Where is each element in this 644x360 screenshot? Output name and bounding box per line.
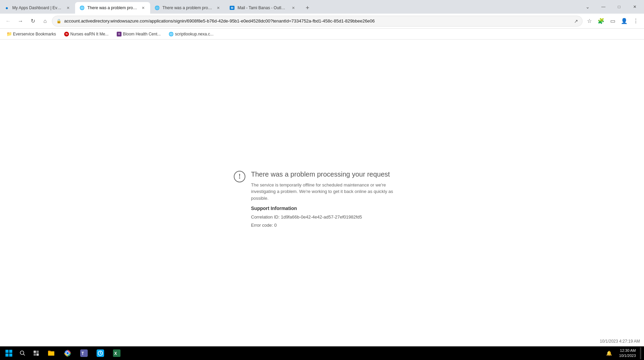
share-icon: ↗ — [574, 18, 578, 24]
sidebar-button[interactable]: ▭ — [607, 16, 618, 27]
correlation-id-line: Correlation ID: 1d9fa66b-0e42-4e42-ad57-… — [251, 213, 411, 221]
taskbar-excel[interactable]: X — [109, 347, 124, 359]
minimize-win-button[interactable]: — — [596, 1, 611, 13]
tab-close-my-apps[interactable]: ✕ — [65, 5, 71, 11]
bookmark-scriptlookup[interactable]: 🌐 scriptlookup.nexa.c... — [166, 31, 216, 37]
bookmark-button[interactable]: ☆ — [584, 16, 595, 27]
tab-title-error-2: There was a problem processin... — [162, 5, 212, 10]
error-code-label: Error code: — [251, 223, 274, 228]
minimize-button[interactable]: ⌄ — [580, 1, 596, 13]
window-controls: ⌄ — □ ✕ — [580, 2, 644, 14]
toolbar-actions: ☆ 🧩 ▭ 👤 ⋮ — [584, 16, 641, 27]
tab-favicon-error-1: 🌐 — [79, 5, 85, 11]
address-bar[interactable]: 🔒 account.activedirectory.windowsazure.c… — [52, 16, 583, 27]
bookmarks-bar: 📁 Everservice Bookmarks N Nurses eaRN It… — [0, 29, 644, 40]
correlation-id-value: 1d9fa66b-0e42-4e42-ad57-27ef01982fd5 — [281, 214, 362, 220]
tab-favicon-outlook: M — [229, 5, 235, 11]
bookmark-bloom[interactable]: B Bloom Health Cent... — [114, 31, 163, 37]
bookmark-favicon-everservice: 📁 — [7, 32, 12, 36]
error-body: There was a problem processing your requ… — [251, 170, 411, 229]
error-code-line: Error code: 0 — [251, 221, 411, 229]
svg-rect-11 — [37, 354, 39, 356]
svg-text:!: ! — [238, 172, 241, 180]
tab-close-outlook[interactable]: ✕ — [290, 5, 296, 11]
taskbar-chrome[interactable] — [60, 347, 75, 359]
taskbar-file-explorer[interactable] — [44, 347, 59, 359]
taskbar-teams[interactable]: T — [76, 347, 91, 359]
correlation-id-label: Correlation ID: — [251, 214, 281, 220]
error-title: There was a problem processing your requ… — [251, 170, 411, 178]
show-desktop-button[interactable] — [640, 347, 641, 359]
svg-rect-3 — [9, 350, 12, 353]
svg-point-6 — [20, 351, 24, 355]
support-info-heading: Support Information — [251, 206, 411, 211]
title-bar: ● My Apps Dashboard | EverServic... ✕ 🌐 … — [0, 0, 644, 14]
maximize-button[interactable]: □ — [611, 1, 627, 13]
taskbar-clock: 12:30 AM 10/1/2023 — [619, 348, 639, 359]
tab-my-apps[interactable]: ● My Apps Dashboard | EverServic... ✕ — [0, 2, 75, 14]
svg-point-16 — [66, 352, 69, 354]
clock-time: 12:30 AM — [619, 348, 636, 353]
svg-rect-12 — [48, 351, 54, 356]
svg-rect-5 — [9, 354, 12, 357]
bookmark-label-nurses: Nurses eaRN It Me... — [70, 32, 109, 36]
tab-favicon-error-2: 🌐 — [154, 5, 160, 11]
bookmark-label-scriptlookup: scriptlookup.nexa.c... — [175, 32, 214, 36]
notification-icon[interactable]: 🔔 — [603, 347, 615, 359]
toolbar: ← → ↻ ⌂ 🔒 account.activedirectory.window… — [0, 14, 644, 29]
browser-window: ● My Apps Dashboard | EverServic... ✕ 🌐 … — [0, 0, 644, 360]
tab-error-2[interactable]: 🌐 There was a problem processin... ✕ — [150, 2, 225, 14]
tab-close-error-1[interactable]: ✕ — [140, 5, 146, 11]
svg-rect-2 — [5, 350, 9, 353]
svg-line-7 — [23, 354, 25, 356]
error-code-value: 0 — [274, 223, 276, 228]
tab-outlook[interactable]: M Mail - Tami Banas - Outlook ✕ — [225, 2, 300, 14]
new-tab-button[interactable]: + — [302, 2, 313, 14]
close-button[interactable]: ✕ — [627, 1, 643, 13]
svg-text:T: T — [82, 351, 84, 356]
error-container: ! There was a problem processing your re… — [220, 157, 425, 243]
tab-title-my-apps: My Apps Dashboard | EverServic... — [12, 5, 62, 10]
reload-button[interactable]: ↻ — [27, 16, 38, 27]
tab-favicon-my-apps: ● — [4, 5, 10, 11]
bookmark-label-bloom: Bloom Health Cent... — [123, 32, 161, 36]
taskbar-clockify[interactable] — [93, 347, 108, 359]
svg-rect-10 — [34, 354, 36, 356]
bookmark-favicon-scriptlookup: 🌐 — [169, 32, 174, 36]
error-icon: ! — [233, 170, 246, 183]
page-content: ! There was a problem processing your re… — [0, 40, 644, 360]
clock-date: 10/1/2023 — [619, 353, 636, 358]
datetime-display: 10/1/2023 4:27:19 AM — [600, 339, 640, 344]
address-text: account.activedirectory.windowsazure.com… — [64, 18, 571, 24]
svg-text:X: X — [114, 351, 117, 356]
start-button[interactable] — [3, 347, 15, 359]
tab-close-error-2[interactable]: ✕ — [215, 5, 221, 11]
bookmark-everservice[interactable]: 📁 Everservice Bookmarks — [4, 31, 59, 37]
search-button[interactable] — [16, 347, 29, 359]
svg-rect-9 — [37, 351, 39, 353]
bookmark-label-everservice: Everservice Bookmarks — [13, 32, 56, 36]
taskbar: T X 🔔 12:30 AM 10/1/2023 — [0, 346, 644, 360]
bookmark-nurses[interactable]: N Nurses eaRN It Me... — [61, 31, 111, 37]
home-button[interactable]: ⌂ — [40, 16, 51, 27]
extensions-button[interactable]: 🧩 — [596, 16, 606, 27]
svg-rect-4 — [5, 354, 9, 357]
svg-rect-8 — [34, 351, 36, 353]
tab-title-error-1: There was a problem processin... — [87, 5, 137, 10]
forward-button[interactable]: → — [15, 16, 26, 27]
tab-error-1[interactable]: 🌐 There was a problem processin... ✕ — [75, 2, 150, 14]
svg-rect-13 — [48, 351, 51, 352]
bookmark-favicon-nurses: N — [64, 32, 69, 36]
system-tray: 🔔 — [600, 347, 618, 359]
profile-button[interactable]: 👤 — [619, 16, 630, 27]
back-button[interactable]: ← — [3, 16, 14, 27]
lock-icon: 🔒 — [56, 19, 61, 24]
error-description: The service is temporarily offline for s… — [251, 182, 411, 202]
bookmark-favicon-bloom: B — [117, 32, 121, 36]
menu-button[interactable]: ⋮ — [630, 16, 641, 27]
tab-title-outlook: Mail - Tami Banas - Outlook — [238, 5, 287, 10]
task-view-button[interactable] — [30, 347, 42, 359]
